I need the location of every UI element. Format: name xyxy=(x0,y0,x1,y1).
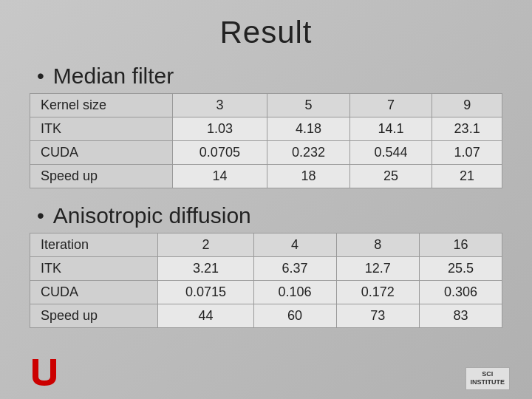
page-title: Result xyxy=(30,15,502,50)
section-median-filter: • Median filter Kernel size 3 5 7 9 ITK … xyxy=(30,64,502,197)
cell: 14 xyxy=(172,165,267,188)
cell: 44 xyxy=(158,304,253,328)
section-label-median: Median filter xyxy=(53,64,174,89)
cell: 1.03 xyxy=(172,117,267,141)
table-row: Speed up 14 18 25 21 xyxy=(30,165,502,188)
row-label: Speed up xyxy=(30,165,173,188)
row-label: ITK xyxy=(30,117,173,141)
col-header-4: 9 xyxy=(432,94,502,117)
cell: 21 xyxy=(432,165,502,188)
col-header-0: Kernel size xyxy=(30,94,173,117)
cell: 0.0715 xyxy=(158,281,253,304)
cell: 73 xyxy=(336,304,419,328)
col-header-3: 8 xyxy=(336,233,419,257)
col-header-4: 16 xyxy=(419,233,502,257)
row-label: CUDA xyxy=(30,141,173,165)
cell: 0.232 xyxy=(267,141,350,165)
section-anisotropic: • Anisotropic diffusion Iteration 2 4 8 … xyxy=(30,203,502,337)
cell: 0.306 xyxy=(419,281,502,304)
cell: 23.1 xyxy=(432,117,502,141)
cell: 0.0705 xyxy=(172,141,267,165)
row-label: ITK xyxy=(30,257,158,281)
col-header-2: 5 xyxy=(267,94,350,117)
col-header-1: 3 xyxy=(172,94,267,117)
col-header-3: 7 xyxy=(349,94,432,117)
cell: 0.172 xyxy=(336,281,419,304)
bullet-anisotropic: • xyxy=(37,205,44,226)
section-header-median: • Median filter xyxy=(37,64,502,89)
university-logo xyxy=(30,356,59,386)
cell: 25.5 xyxy=(419,257,502,281)
table-row: Kernel size 3 5 7 9 xyxy=(30,94,502,117)
table-row: ITK 1.03 4.18 14.1 23.1 xyxy=(30,117,502,141)
row-label: Speed up xyxy=(30,304,158,328)
cell: 83 xyxy=(419,304,502,328)
page-container: Result • Median filter Kernel size 3 5 7… xyxy=(0,0,532,399)
cell: 6.37 xyxy=(253,257,336,281)
cell: 18 xyxy=(267,165,350,188)
table-row: Speed up 44 60 73 83 xyxy=(30,304,502,328)
row-label: CUDA xyxy=(30,281,158,304)
sci-institute-logo: SCIINSTITUTE xyxy=(466,367,511,390)
table-row: Iteration 2 4 8 16 xyxy=(30,233,502,257)
sci-label: SCIINSTITUTE xyxy=(466,367,511,390)
cell: 14.1 xyxy=(349,117,432,141)
section-label-anisotropic: Anisotropic diffusion xyxy=(53,203,251,228)
cell: 1.07 xyxy=(432,141,502,165)
cell: 60 xyxy=(253,304,336,328)
table-row: ITK 3.21 6.37 12.7 25.5 xyxy=(30,257,502,281)
section-header-anisotropic: • Anisotropic diffusion xyxy=(37,203,502,228)
cell: 0.106 xyxy=(253,281,336,304)
col-header-1: 2 xyxy=(158,233,253,257)
col-header-0: Iteration xyxy=(30,233,158,257)
median-filter-table: Kernel size 3 5 7 9 ITK 1.03 4.18 14.1 2… xyxy=(30,93,502,188)
col-header-2: 4 xyxy=(253,233,336,257)
cell: 0.544 xyxy=(349,141,432,165)
table-row: CUDA 0.0705 0.232 0.544 1.07 xyxy=(30,141,502,165)
table-row: CUDA 0.0715 0.106 0.172 0.306 xyxy=(30,281,502,304)
anisotropic-table: Iteration 2 4 8 16 ITK 3.21 6.37 12.7 25… xyxy=(30,233,502,328)
cell: 3.21 xyxy=(158,257,253,281)
cell: 4.18 xyxy=(267,117,350,141)
cell: 12.7 xyxy=(336,257,419,281)
cell: 25 xyxy=(349,165,432,188)
bullet-median: • xyxy=(37,66,44,86)
